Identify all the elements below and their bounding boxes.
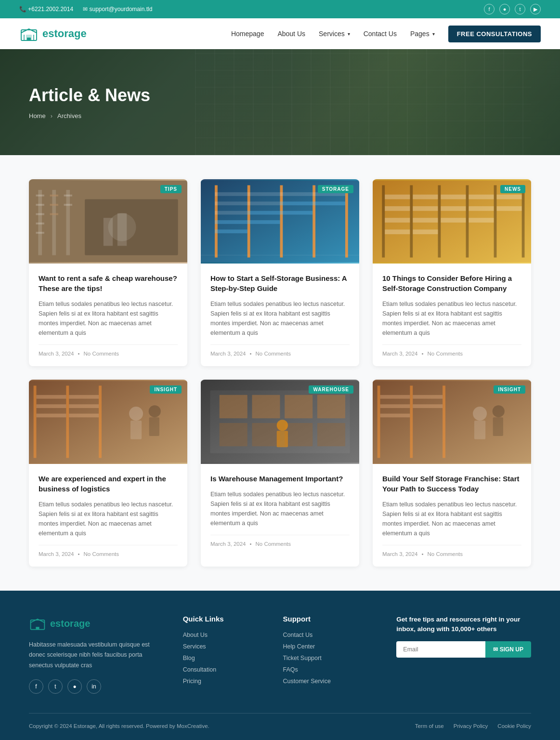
meta-separator: • — [422, 551, 424, 557]
linkedin-footer-icon[interactable]: in — [87, 679, 101, 694]
svg-rect-107 — [474, 421, 485, 439]
svg-rect-86 — [220, 395, 247, 418]
article-badge: TIPS — [160, 185, 182, 193]
article-card[interactable]: STORAGE How to Start a Self-Storage Busi… — [201, 179, 359, 366]
svg-rect-31 — [215, 211, 247, 215]
footer-main: estorage Habitasse malesuada vestibulum … — [29, 615, 531, 694]
newsletter-title: Get free tips and resources right in you… — [396, 615, 531, 634]
quick-links-title: Quick Links — [183, 615, 264, 623]
svg-rect-71 — [66, 386, 69, 458]
footer-newsletter: Get free tips and resources right in you… — [396, 615, 531, 694]
article-image: INSIGHT — [29, 380, 187, 464]
instagram-icon[interactable]: ● — [499, 4, 510, 14]
svg-rect-87 — [252, 395, 280, 418]
svg-rect-33 — [215, 229, 247, 233]
article-badge: INSIGHT — [150, 385, 182, 394]
footer-link-services[interactable]: Services — [183, 643, 264, 650]
article-card[interactable]: INSIGHT We are experienced and expert in… — [29, 380, 187, 567]
article-comments: No Comments — [84, 351, 119, 357]
svg-rect-30 — [215, 201, 247, 205]
svg-rect-8 — [36, 213, 44, 215]
footer-brand: estorage Habitasse malesuada vestibulum … — [29, 615, 164, 694]
svg-rect-95 — [277, 431, 288, 447]
nav-services[interactable]: Services ▾ — [319, 30, 350, 38]
footer-link-pricing[interactable]: Pricing — [183, 678, 264, 685]
article-card[interactable]: NEWS 10 Things to Consider Before Hiring… — [373, 179, 531, 366]
article-badge: INSIGHT — [494, 385, 525, 394]
newsletter-email-input[interactable] — [396, 641, 485, 658]
svg-rect-32 — [215, 220, 247, 224]
main-nav: Homepage About Us Services ▾ Contact Us … — [231, 26, 541, 42]
nav-contact[interactable]: Contact Us — [364, 30, 397, 38]
article-body: Build Your Self Storage Franchise: Start… — [373, 464, 531, 567]
svg-rect-12 — [50, 195, 58, 197]
nav-pages[interactable]: Pages ▾ — [410, 30, 435, 38]
footer-link-help[interactable]: Help Center — [283, 643, 378, 650]
support-title: Support — [283, 615, 378, 623]
article-comments: No Comments — [84, 551, 119, 557]
articles-section: TIPS Want to rent a safe & cheap warehou… — [0, 155, 560, 591]
svg-point-81 — [149, 405, 161, 417]
cta-button[interactable]: FREE CONSULTATIONS — [448, 26, 541, 42]
nav-about[interactable]: About Us — [277, 30, 305, 38]
article-card[interactable]: TIPS Want to rent a safe & cheap warehou… — [29, 179, 187, 366]
svg-rect-64 — [469, 206, 494, 211]
svg-rect-98 — [378, 386, 380, 458]
article-card[interactable]: INSIGHT Build Your Self Storage Franchis… — [373, 380, 531, 567]
svg-rect-6 — [36, 195, 44, 197]
footer-link-consultation[interactable]: Consultation — [183, 666, 264, 673]
article-badge: STORAGE — [318, 185, 353, 193]
svg-rect-75 — [36, 414, 66, 418]
footer-bottom: Copyright © 2024 Estorage, All rights re… — [29, 713, 531, 729]
footer-term-of-use[interactable]: Term of use — [415, 723, 444, 729]
newsletter-signup-button[interactable]: ✉ SIGN UP — [485, 641, 531, 658]
svg-rect-34 — [247, 192, 280, 196]
article-card[interactable]: WAREHOUSE Is Warehouse Management Import… — [201, 380, 359, 567]
svg-rect-49 — [466, 185, 469, 258]
svg-rect-17 — [64, 204, 72, 206]
svg-rect-16 — [64, 195, 72, 197]
logo-text: estorage — [42, 27, 87, 40]
footer-privacy-policy[interactable]: Privacy Policy — [454, 723, 488, 729]
svg-rect-80 — [130, 421, 142, 439]
youtube-icon[interactable]: ▶ — [530, 4, 541, 14]
article-title: Want to rent a safe & cheap warehouse? T… — [39, 273, 178, 293]
article-image: NEWS — [373, 179, 531, 264]
facebook-icon[interactable]: f — [484, 4, 495, 14]
svg-rect-77 — [69, 404, 99, 408]
breadcrumb-current: Archives — [57, 112, 81, 119]
svg-rect-70 — [34, 386, 37, 458]
footer-link-contact[interactable]: Contact Us — [283, 632, 378, 638]
article-image: INSIGHT — [373, 380, 531, 464]
svg-rect-28 — [345, 185, 348, 258]
svg-rect-74 — [36, 404, 66, 408]
svg-rect-59 — [413, 229, 438, 234]
svg-rect-60 — [441, 195, 466, 199]
breadcrumb: Home › Archives — [29, 112, 531, 119]
svg-rect-90 — [220, 423, 247, 446]
breadcrumb-home[interactable]: Home — [29, 112, 46, 119]
svg-rect-36 — [247, 211, 280, 215]
nav-homepage[interactable]: Homepage — [231, 30, 264, 38]
footer-cookie-policy[interactable]: Cookie Policy — [497, 723, 531, 729]
article-date: March 3, 2024 — [210, 351, 246, 357]
article-image: STORAGE — [201, 179, 359, 264]
instagram-footer-icon[interactable]: ● — [67, 679, 82, 694]
footer-link-customer-service[interactable]: Customer Service — [283, 678, 378, 685]
footer-link-ticket[interactable]: Ticket Support — [283, 655, 378, 661]
twitter-icon[interactable]: t — [515, 4, 525, 14]
article-badge: NEWS — [500, 185, 525, 193]
footer-link-blog[interactable]: Blog — [183, 655, 264, 661]
svg-rect-7 — [36, 204, 44, 206]
article-title: We are experienced and expert in the bus… — [39, 474, 178, 494]
footer-link-faqs[interactable]: FAQs — [283, 666, 378, 673]
svg-rect-29 — [215, 192, 247, 196]
topbar-social: f ● t ▶ — [484, 4, 541, 14]
footer-link-about[interactable]: About Us — [183, 632, 264, 638]
article-excerpt: Etiam tellus sodales penatibus leo lectu… — [39, 500, 178, 538]
copyright-text: Copyright © 2024 Estorage, All rights re… — [29, 723, 209, 729]
facebook-footer-icon[interactable]: f — [29, 679, 43, 694]
logo[interactable]: estorage — [19, 24, 87, 43]
twitter-footer-icon[interactable]: t — [48, 679, 63, 694]
svg-rect-35 — [247, 201, 280, 205]
